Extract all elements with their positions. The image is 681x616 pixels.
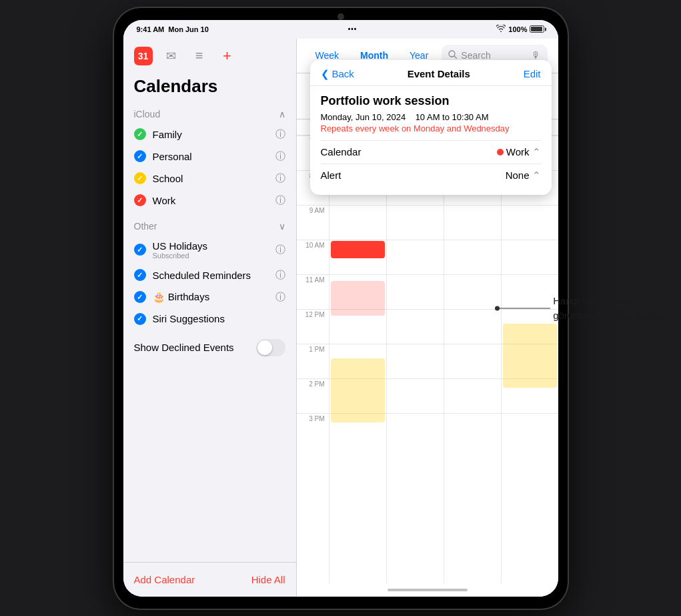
popup-alert-row: Alert None ⌃	[321, 164, 541, 187]
fri-slot-11	[444, 274, 501, 309]
personal-name: Personal	[153, 151, 269, 162]
popup-header: ❮ Back Event Details Edit	[310, 60, 552, 86]
popup-edit-button[interactable]: Edit	[524, 68, 541, 79]
sat-event-1[interactable]	[503, 324, 557, 388]
wed-event-3[interactable]	[331, 358, 385, 422]
calendar-item-siri-suggestions[interactable]: ✓ Siri Suggestions	[123, 308, 296, 330]
toggle-knob	[257, 340, 272, 355]
work-dot: ✓	[134, 194, 146, 206]
back-label: Back	[332, 68, 354, 79]
calendar-label: Calendar	[321, 146, 362, 158]
school-info[interactable]: ⓘ	[275, 172, 285, 185]
thu-slot-11	[387, 274, 444, 309]
annotation-text: Hangi takvimleringörüntüleneceğini seçin…	[553, 293, 661, 323]
annotation-line	[497, 308, 550, 308]
calendar-value: Work ⌃	[497, 146, 541, 158]
calendar-item-family[interactable]: ✓ Family ⓘ	[123, 123, 296, 145]
fri-slot-12	[444, 309, 501, 344]
status-time: 9:41 AM	[137, 25, 165, 33]
search-placeholder: Search	[461, 50, 490, 61]
calendar-item-work[interactable]: ✓ Work ⓘ	[123, 190, 296, 212]
thu-slot-2	[387, 378, 444, 413]
sidebar-toolbar: 31 ✉ ≡ +	[123, 39, 296, 73]
fri-slot-3	[444, 413, 501, 448]
calendar-item-birthdays[interactable]: ✓ 🎂 Birthdays ⓘ	[123, 286, 296, 308]
inbox-icon[interactable]: ✉	[162, 47, 181, 65]
svg-line-1	[454, 56, 457, 59]
day-col-thu-body	[386, 135, 444, 583]
scheduled-reminders-name: Scheduled Reminders	[153, 270, 269, 281]
siri-suggestions-dot: ✓	[134, 313, 146, 325]
wed-slot-9	[329, 205, 386, 240]
calendar-chevron-icon: ⌃	[532, 146, 541, 158]
work-info[interactable]: ⓘ	[275, 194, 285, 207]
time-slot-10: 10 AM	[297, 240, 329, 274]
popup-title: Event Details	[354, 68, 524, 79]
family-name: Family	[153, 129, 269, 140]
calendar-item-school[interactable]: ✓ School ⓘ	[123, 168, 296, 190]
annotation-container: Hangi takvimleringörüntüleneceğini seçin…	[497, 293, 661, 323]
day-col-fri-body	[444, 135, 501, 583]
home-bar	[388, 589, 468, 591]
calendar-item-personal[interactable]: ✓ Personal ⓘ	[123, 145, 296, 168]
add-icon[interactable]: +	[218, 47, 237, 65]
sat-slot-3	[502, 413, 558, 448]
show-declined-label: Show Declined Events	[134, 342, 234, 353]
popup-body: Portfolio work session Monday, Jun 10, 2…	[310, 86, 552, 195]
mic-icon: 🎙	[532, 50, 541, 61]
us-holidays-dot: ✓	[134, 244, 146, 256]
work-color-dot	[497, 149, 504, 156]
us-holidays-info[interactable]: ⓘ	[275, 244, 285, 256]
wed-event-1[interactable]	[331, 241, 385, 258]
calendar-name: Work	[506, 146, 530, 158]
fri-slot-10	[444, 240, 501, 274]
sat-slot-9	[502, 205, 558, 240]
birthdays-info[interactable]: ⓘ	[275, 291, 285, 304]
status-left: 9:41 AM Mon Jun 10	[137, 25, 209, 33]
family-info[interactable]: ⓘ	[275, 128, 285, 141]
battery-icon	[530, 25, 544, 33]
wifi-icon	[496, 25, 506, 33]
time-slot-3pm: 3 PM	[297, 413, 329, 448]
scheduled-reminders-dot: ✓	[134, 269, 146, 281]
list-icon[interactable]: ≡	[190, 47, 209, 65]
show-declined-row: Show Declined Events	[123, 332, 296, 363]
us-holidays-stack: US Holidays Subscribed	[153, 240, 269, 260]
us-holidays-subscribed: Subscribed	[153, 252, 269, 260]
time-slot-11: 11 AM	[297, 274, 329, 309]
camera-dot	[337, 13, 344, 20]
status-bar: 9:41 AM Mon Jun 10 ••• 100%	[123, 20, 558, 39]
birthdays-dot: ✓	[134, 291, 146, 303]
main-content: 31 ✉ ≡ + Calendars iCloud ∧	[123, 39, 558, 597]
event-popup: ❮ Back Event Details Edit Portfolio work…	[310, 60, 552, 195]
time-slot-2pm: 2 PM	[297, 378, 329, 413]
other-chevron: ∨	[279, 221, 285, 232]
popup-event-title: Portfolio work session	[321, 94, 541, 108]
wed-event-2[interactable]	[331, 281, 385, 316]
show-declined-toggle[interactable]	[256, 339, 285, 356]
other-section-header[interactable]: Other ∨	[123, 217, 296, 236]
ipad-screen: 9:41 AM Mon Jun 10 ••• 100%	[123, 20, 558, 597]
alert-chevron-icon: ⌃	[532, 170, 541, 182]
thu-slot-9	[387, 205, 444, 240]
icloud-chevron: ∧	[279, 109, 285, 119]
search-icon	[448, 50, 457, 61]
time-slot-12: 12 PM	[297, 309, 329, 344]
cal-body: 7 AM 8 AM 9 AM 10 AM 11 AM 12 PM 1 PM 2 …	[297, 135, 558, 583]
icloud-section-header[interactable]: iCloud ∧	[123, 105, 296, 123]
day-col-wed-body	[329, 135, 386, 583]
hide-all-button[interactable]: Hide All	[251, 574, 285, 585]
alert-label: Alert	[321, 170, 342, 181]
family-dot: ✓	[134, 128, 146, 140]
calendar-app-icon[interactable]: 31	[134, 47, 153, 65]
home-indicator	[297, 583, 558, 597]
add-calendar-button[interactable]: Add Calendar	[134, 574, 195, 585]
scheduled-reminders-info[interactable]: ⓘ	[275, 269, 285, 282]
alert-value: None ⌃	[506, 170, 541, 182]
calendar-item-scheduled-reminders[interactable]: ✓ Scheduled Reminders ⓘ	[123, 264, 296, 286]
popup-back-button[interactable]: ❮ Back	[321, 68, 354, 80]
work-name: Work	[153, 195, 269, 206]
calendar-item-us-holidays[interactable]: ✓ US Holidays Subscribed ⓘ	[123, 236, 296, 264]
personal-info[interactable]: ⓘ	[275, 150, 285, 163]
school-dot: ✓	[134, 172, 146, 184]
